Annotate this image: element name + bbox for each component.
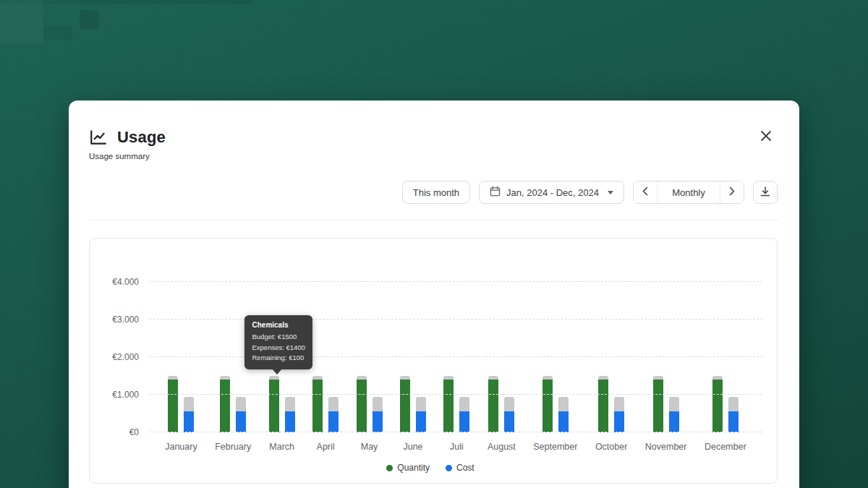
page-subtitle: Usage summary	[89, 152, 776, 160]
month-group: October	[595, 257, 627, 454]
bar-cost[interactable]	[504, 397, 514, 432]
month-label: August	[488, 432, 516, 454]
bar-quantity[interactable]	[269, 376, 279, 432]
month-group: May	[357, 257, 383, 454]
bar-value-segment	[416, 411, 426, 432]
month-label: January	[165, 432, 197, 454]
bar-cost[interactable]	[373, 397, 383, 432]
download-icon	[760, 186, 771, 200]
month-group: September	[533, 257, 577, 454]
bar-value-segment	[328, 411, 339, 432]
bar-value-segment	[400, 380, 410, 432]
bar-cost[interactable]	[614, 397, 624, 432]
tooltip-budget: Budget: €1500	[252, 332, 305, 343]
month-label: February	[215, 432, 251, 454]
bar-cost[interactable]	[728, 397, 739, 432]
month-label: March	[269, 432, 294, 454]
month-label: June	[403, 432, 422, 454]
bar-cost[interactable]	[236, 397, 246, 432]
page-title: Usage	[117, 128, 166, 147]
calendar-icon	[490, 186, 501, 199]
month-group: April	[312, 257, 339, 454]
this-month-button[interactable]: This month	[402, 181, 470, 204]
bar-quantity[interactable]	[443, 376, 454, 432]
month-label: October	[595, 432, 627, 454]
line-chart-icon	[89, 128, 108, 147]
bar-quantity[interactable]	[357, 376, 367, 432]
background-pattern	[0, 0, 253, 4]
bar-value-segment	[488, 380, 498, 432]
month-label: May	[361, 432, 378, 454]
chevron-left-icon	[642, 187, 648, 198]
bar-cost[interactable]	[285, 397, 295, 432]
gridline	[149, 319, 762, 320]
bar-quantity[interactable]	[220, 376, 230, 432]
bar-quantity[interactable]	[488, 376, 498, 432]
bar-remaining-segment	[504, 397, 514, 412]
date-range-picker[interactable]: Jan, 2024 - Dec, 2024	[479, 181, 624, 204]
bar-quantity[interactable]	[598, 376, 608, 432]
bar-quantity[interactable]	[542, 376, 553, 432]
bar-value-segment	[285, 411, 295, 432]
bar-value-segment	[220, 380, 230, 432]
bar-quantity[interactable]	[400, 376, 410, 432]
bar-quantity[interactable]	[168, 376, 178, 432]
bar-cost[interactable]	[184, 397, 194, 432]
month-group: December	[705, 257, 746, 454]
chart-toolbar: This month Jan, 2024 - Dec, 2024	[69, 181, 799, 204]
month-label: September	[533, 432, 577, 454]
bar-cost[interactable]	[328, 397, 339, 432]
usage-chart-card: €4.000€3.000€2.000€1.000€0 Chemicals Bud…	[89, 238, 778, 484]
bar-value-segment	[357, 380, 367, 432]
y-axis-label: €4.000	[112, 277, 139, 287]
bar-remaining-segment	[669, 397, 679, 412]
bar-value-segment	[236, 411, 246, 432]
period-select[interactable]: Monthly	[657, 181, 720, 203]
tooltip-remaining: Remaining: €100	[252, 353, 305, 364]
bar-cost[interactable]	[669, 397, 679, 432]
bar-quantity[interactable]	[712, 376, 723, 432]
month-group: November	[645, 257, 687, 454]
bar-value-segment	[598, 380, 608, 432]
bar-value-segment	[443, 380, 454, 432]
usage-modal: Usage Usage summary This month Jan, 2024…	[69, 100, 799, 488]
cost-legend-dot	[446, 465, 452, 471]
bar-cost[interactable]	[459, 397, 469, 432]
bar-remaining-segment	[373, 397, 383, 412]
tooltip-title: Chemicals	[252, 321, 305, 329]
bar-value-segment	[459, 411, 469, 432]
month-label: December	[705, 432, 746, 454]
download-button[interactable]	[753, 181, 778, 204]
legend-label: Quantity	[397, 463, 430, 473]
close-button[interactable]	[756, 127, 776, 147]
month-group: January	[165, 257, 197, 454]
bar-cost[interactable]	[416, 397, 426, 432]
y-axis-label: €3.000	[112, 314, 139, 325]
bar-value-segment	[542, 380, 553, 432]
period-label: Monthly	[672, 187, 705, 198]
bar-value-segment	[504, 411, 514, 432]
bar-cost[interactable]	[558, 397, 569, 432]
month-label: April	[317, 432, 335, 454]
modal-header: Usage Usage summary	[69, 100, 799, 160]
y-axis-label: €0	[129, 427, 139, 437]
close-icon	[760, 129, 773, 145]
quantity-legend-dot	[386, 465, 393, 471]
period-segmented-control: Monthly	[633, 181, 744, 204]
next-period-button[interactable]	[720, 181, 744, 203]
y-axis-label: €2.000	[112, 352, 139, 362]
chevron-down-icon	[608, 191, 613, 194]
month-group: June	[400, 257, 426, 454]
plot-area: Chemicals Budget: €1500 Expenses: €1400 …	[149, 257, 762, 454]
previous-period-button[interactable]	[634, 181, 657, 203]
background-pattern	[0, 0, 43, 43]
gridline	[149, 394, 762, 395]
bar-quantity[interactable]	[653, 376, 663, 432]
gridline	[149, 356, 762, 357]
legend-item-cost: Cost	[446, 463, 475, 473]
bar-quantity[interactable]	[312, 376, 323, 432]
chart-legend: Quantity Cost	[98, 463, 762, 473]
background-pattern	[43, 26, 72, 39]
legend-item-quantity: Quantity	[386, 463, 430, 473]
bar-value-segment	[269, 380, 279, 432]
